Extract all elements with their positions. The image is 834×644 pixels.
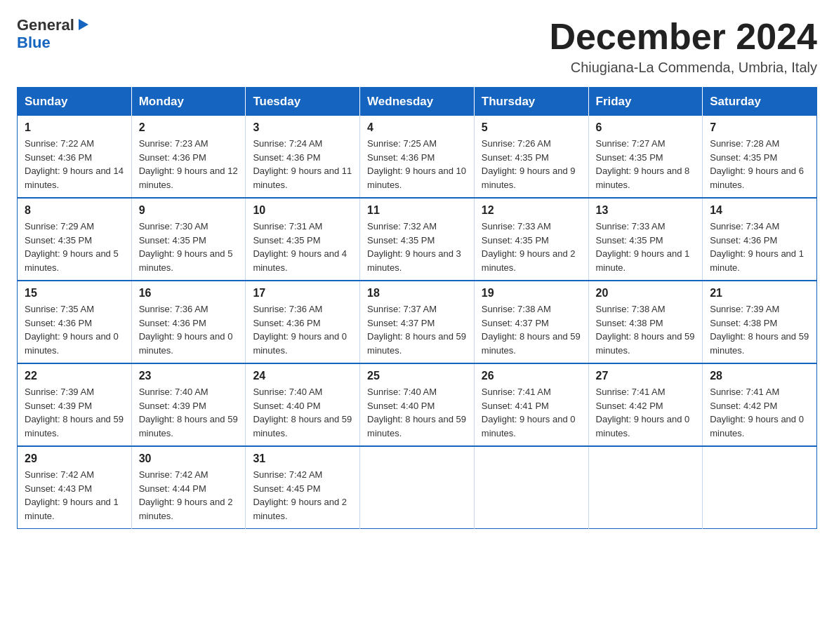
day-number: 21 [710, 287, 809, 300]
day-info: Sunrise: 7:29 AM Sunset: 4:35 PM Dayligh… [25, 220, 124, 274]
day-number: 20 [596, 287, 696, 300]
calendar-header-row: SundayMondayTuesdayWednesdayThursdayFrid… [18, 88, 817, 116]
day-number: 10 [253, 204, 352, 217]
col-header-thursday: Thursday [474, 88, 588, 116]
page-header: General Blue December 2024 Chiugiana-La … [17, 17, 817, 76]
day-info: Sunrise: 7:23 AM Sunset: 4:36 PM Dayligh… [139, 137, 239, 192]
day-info: Sunrise: 7:41 AM Sunset: 4:42 PM Dayligh… [596, 385, 696, 440]
col-header-sunday: Sunday [18, 88, 132, 116]
calendar-week-5: 29 Sunrise: 7:42 AM Sunset: 4:43 PM Dayl… [18, 446, 817, 529]
day-info: Sunrise: 7:34 AM Sunset: 4:36 PM Dayligh… [710, 220, 809, 274]
calendar-week-2: 8 Sunrise: 7:29 AM Sunset: 4:35 PM Dayli… [18, 198, 817, 281]
day-info: Sunrise: 7:36 AM Sunset: 4:36 PM Dayligh… [253, 302, 352, 357]
day-info: Sunrise: 7:36 AM Sunset: 4:36 PM Dayligh… [139, 302, 239, 357]
day-number: 2 [139, 121, 239, 134]
day-info: Sunrise: 7:41 AM Sunset: 4:42 PM Dayligh… [710, 385, 809, 440]
calendar-cell: 26 Sunrise: 7:41 AM Sunset: 4:41 PM Dayl… [474, 363, 588, 446]
day-info: Sunrise: 7:40 AM Sunset: 4:40 PM Dayligh… [253, 385, 352, 440]
calendar-cell: 2 Sunrise: 7:23 AM Sunset: 4:36 PM Dayli… [131, 116, 246, 198]
calendar-cell: 11 Sunrise: 7:32 AM Sunset: 4:35 PM Dayl… [360, 198, 475, 281]
calendar-cell: 7 Sunrise: 7:28 AM Sunset: 4:35 PM Dayli… [703, 116, 817, 198]
calendar-week-1: 1 Sunrise: 7:22 AM Sunset: 4:36 PM Dayli… [18, 116, 817, 198]
calendar-cell: 6 Sunrise: 7:27 AM Sunset: 4:35 PM Dayli… [588, 116, 703, 198]
calendar-cell [588, 446, 703, 529]
calendar-cell: 3 Sunrise: 7:24 AM Sunset: 4:36 PM Dayli… [246, 116, 360, 198]
calendar-cell [474, 446, 588, 529]
day-info: Sunrise: 7:40 AM Sunset: 4:40 PM Dayligh… [367, 385, 467, 440]
calendar-week-3: 15 Sunrise: 7:35 AM Sunset: 4:36 PM Dayl… [18, 281, 817, 363]
calendar-cell: 29 Sunrise: 7:42 AM Sunset: 4:43 PM Dayl… [18, 446, 132, 529]
day-info: Sunrise: 7:25 AM Sunset: 4:36 PM Dayligh… [367, 137, 467, 192]
calendar-cell: 17 Sunrise: 7:36 AM Sunset: 4:36 PM Dayl… [246, 281, 360, 363]
calendar-cell: 23 Sunrise: 7:40 AM Sunset: 4:39 PM Dayl… [131, 363, 246, 446]
day-number: 14 [710, 204, 809, 217]
calendar-cell: 14 Sunrise: 7:34 AM Sunset: 4:36 PM Dayl… [703, 198, 817, 281]
day-info: Sunrise: 7:42 AM Sunset: 4:45 PM Dayligh… [253, 468, 352, 523]
calendar-cell: 10 Sunrise: 7:31 AM Sunset: 4:35 PM Dayl… [246, 198, 360, 281]
logo-blue: Blue [17, 34, 51, 52]
logo: General Blue [17, 17, 90, 52]
day-number: 17 [253, 287, 352, 300]
col-header-wednesday: Wednesday [360, 88, 475, 116]
day-number: 18 [367, 287, 467, 300]
day-number: 13 [596, 204, 696, 217]
calendar-cell: 8 Sunrise: 7:29 AM Sunset: 4:35 PM Dayli… [18, 198, 132, 281]
day-number: 16 [139, 287, 239, 300]
day-number: 5 [482, 121, 581, 134]
month-title: December 2024 [549, 17, 817, 57]
col-header-monday: Monday [131, 88, 246, 116]
calendar-cell: 18 Sunrise: 7:37 AM Sunset: 4:37 PM Dayl… [360, 281, 475, 363]
calendar-cell: 28 Sunrise: 7:41 AM Sunset: 4:42 PM Dayl… [703, 363, 817, 446]
calendar-cell: 27 Sunrise: 7:41 AM Sunset: 4:42 PM Dayl… [588, 363, 703, 446]
day-number: 7 [710, 121, 809, 134]
calendar-cell: 20 Sunrise: 7:38 AM Sunset: 4:38 PM Dayl… [588, 281, 703, 363]
day-info: Sunrise: 7:39 AM Sunset: 4:39 PM Dayligh… [25, 385, 124, 440]
col-header-tuesday: Tuesday [246, 88, 360, 116]
day-info: Sunrise: 7:37 AM Sunset: 4:37 PM Dayligh… [367, 302, 467, 357]
day-number: 8 [25, 204, 124, 217]
calendar-cell: 31 Sunrise: 7:42 AM Sunset: 4:45 PM Dayl… [246, 446, 360, 529]
day-number: 23 [139, 370, 239, 382]
day-number: 6 [596, 121, 696, 134]
logo-arrow-icon [76, 18, 90, 32]
calendar-cell [360, 446, 475, 529]
calendar-table: SundayMondayTuesdayWednesdayThursdayFrid… [17, 87, 817, 529]
day-number: 28 [710, 370, 809, 382]
day-info: Sunrise: 7:35 AM Sunset: 4:36 PM Dayligh… [25, 302, 124, 357]
logo-general: General [17, 17, 74, 34]
calendar-cell: 22 Sunrise: 7:39 AM Sunset: 4:39 PM Dayl… [18, 363, 132, 446]
day-number: 15 [25, 287, 124, 300]
calendar-cell: 25 Sunrise: 7:40 AM Sunset: 4:40 PM Dayl… [360, 363, 475, 446]
day-info: Sunrise: 7:30 AM Sunset: 4:35 PM Dayligh… [139, 220, 239, 274]
calendar-cell: 4 Sunrise: 7:25 AM Sunset: 4:36 PM Dayli… [360, 116, 475, 198]
day-number: 24 [253, 370, 352, 382]
day-number: 26 [482, 370, 581, 382]
day-number: 22 [25, 370, 124, 382]
day-number: 30 [139, 452, 239, 465]
day-info: Sunrise: 7:22 AM Sunset: 4:36 PM Dayligh… [25, 137, 124, 192]
location-title: Chiugiana-La Commenda, Umbria, Italy [549, 60, 817, 76]
day-info: Sunrise: 7:24 AM Sunset: 4:36 PM Dayligh… [253, 137, 352, 192]
day-info: Sunrise: 7:38 AM Sunset: 4:38 PM Dayligh… [596, 302, 696, 357]
svg-marker-0 [79, 19, 88, 30]
calendar-cell: 16 Sunrise: 7:36 AM Sunset: 4:36 PM Dayl… [131, 281, 246, 363]
day-number: 9 [139, 204, 239, 217]
day-info: Sunrise: 7:27 AM Sunset: 4:35 PM Dayligh… [596, 137, 696, 192]
day-info: Sunrise: 7:28 AM Sunset: 4:35 PM Dayligh… [710, 137, 809, 192]
day-info: Sunrise: 7:33 AM Sunset: 4:35 PM Dayligh… [482, 220, 581, 274]
calendar-cell: 24 Sunrise: 7:40 AM Sunset: 4:40 PM Dayl… [246, 363, 360, 446]
day-info: Sunrise: 7:38 AM Sunset: 4:37 PM Dayligh… [482, 302, 581, 357]
day-number: 25 [367, 370, 467, 382]
day-info: Sunrise: 7:33 AM Sunset: 4:35 PM Dayligh… [596, 220, 696, 274]
calendar-cell: 1 Sunrise: 7:22 AM Sunset: 4:36 PM Dayli… [18, 116, 132, 198]
day-number: 3 [253, 121, 352, 134]
day-number: 31 [253, 452, 352, 465]
day-info: Sunrise: 7:42 AM Sunset: 4:43 PM Dayligh… [25, 468, 124, 523]
calendar-cell: 15 Sunrise: 7:35 AM Sunset: 4:36 PM Dayl… [18, 281, 132, 363]
day-number: 11 [367, 204, 467, 217]
day-info: Sunrise: 7:26 AM Sunset: 4:35 PM Dayligh… [482, 137, 581, 192]
calendar-cell: 9 Sunrise: 7:30 AM Sunset: 4:35 PM Dayli… [131, 198, 246, 281]
day-info: Sunrise: 7:40 AM Sunset: 4:39 PM Dayligh… [139, 385, 239, 440]
day-info: Sunrise: 7:31 AM Sunset: 4:35 PM Dayligh… [253, 220, 352, 274]
day-number: 27 [596, 370, 696, 382]
